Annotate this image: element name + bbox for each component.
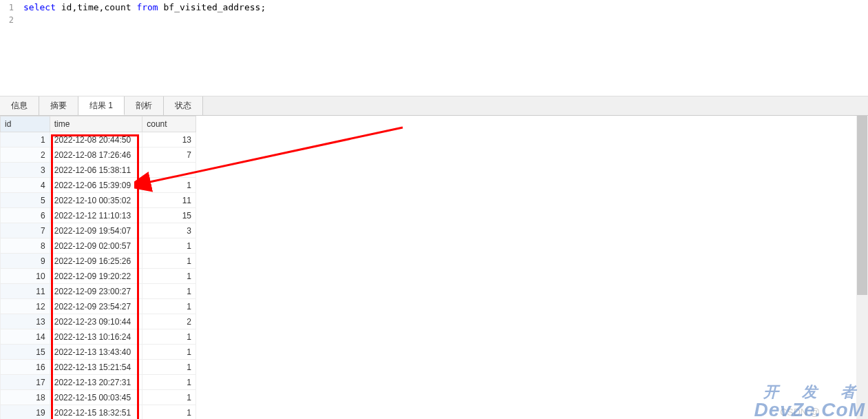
code-content[interactable]: [19, 14, 23, 26]
table-row[interactable]: 92022-12-09 16:25:261: [1, 254, 196, 269]
cell-time[interactable]: 2022-12-10 00:35:02: [50, 193, 142, 208]
table-row[interactable]: 132022-12-23 09:10:442: [1, 314, 196, 329]
code-line[interactable]: 2: [0, 14, 868, 26]
cell-count[interactable]: 1: [142, 299, 196, 314]
vertical-scrollbar-track[interactable]: [856, 116, 868, 419]
table-row[interactable]: 82022-12-09 02:00:571: [1, 238, 196, 254]
cell-count[interactable]: 1: [142, 269, 196, 284]
results-table: id time count 12022-12-08 20:44:50132202…: [0, 116, 196, 419]
table-row[interactable]: 72022-12-09 19:54:073: [1, 223, 196, 238]
cell-id[interactable]: 1: [1, 132, 50, 147]
table-row[interactable]: 192022-12-15 18:32:511: [1, 405, 196, 420]
tab-结果 1[interactable]: 结果 1: [78, 96, 125, 115]
cell-count[interactable]: 15: [142, 208, 196, 223]
cell-count[interactable]: 1: [142, 360, 196, 375]
cell-id[interactable]: 15: [1, 345, 50, 360]
cell-time[interactable]: 2022-12-09 16:25:26: [50, 254, 142, 269]
table-row[interactable]: 52022-12-10 00:35:0211: [1, 193, 196, 208]
cell-id[interactable]: 6: [1, 208, 50, 223]
cell-time[interactable]: 2022-12-06 15:39:09: [50, 178, 142, 193]
cell-count[interactable]: 1: [142, 329, 196, 345]
tab-信息[interactable]: 信息: [0, 96, 39, 115]
cell-id[interactable]: 17: [1, 375, 50, 390]
table-row[interactable]: 112022-12-09 23:00:271: [1, 284, 196, 299]
cell-time[interactable]: 2022-12-09 23:54:27: [50, 299, 142, 314]
tab-剖析[interactable]: 剖析: [125, 96, 164, 115]
cell-count[interactable]: 1: [142, 345, 196, 360]
tab-摘要[interactable]: 摘要: [39, 96, 78, 115]
cell-time[interactable]: 2022-12-06 15:38:11: [50, 163, 142, 178]
code-line[interactable]: 1select id,time,count from bf_visited_ad…: [0, 1, 868, 14]
cell-id[interactable]: 14: [1, 329, 50, 345]
cell-id[interactable]: 9: [1, 254, 50, 269]
watermark-devze: 开 发 者 DevZe.CoM: [754, 383, 865, 419]
cell-id[interactable]: 10: [1, 269, 50, 284]
cell-time[interactable]: 2022-12-15 00:03:45: [50, 390, 142, 405]
results-grid-container: id time count 12022-12-08 20:44:50132202…: [0, 116, 868, 419]
table-row[interactable]: 182022-12-15 00:03:451: [1, 390, 196, 405]
cell-id[interactable]: 12: [1, 299, 50, 314]
cell-time[interactable]: 2022-12-09 19:54:07: [50, 223, 142, 238]
table-row[interactable]: 22022-12-08 17:26:467: [1, 147, 196, 163]
cell-time[interactable]: 2022-12-09 23:00:27: [50, 284, 142, 299]
cell-time[interactable]: 2022-12-09 02:00:57: [50, 238, 142, 254]
cell-id[interactable]: 7: [1, 223, 50, 238]
results-tabs-bar: 信息摘要结果 1剖析状态: [0, 96, 868, 116]
cell-time[interactable]: 2022-12-12 11:10:13: [50, 208, 142, 223]
column-header-id[interactable]: id: [1, 116, 50, 132]
cell-id[interactable]: 16: [1, 360, 50, 375]
cell-id[interactable]: 8: [1, 238, 50, 254]
cell-id[interactable]: 19: [1, 405, 50, 420]
cell-time[interactable]: 2022-12-23 09:10:44: [50, 314, 142, 329]
table-row[interactable]: 12022-12-08 20:44:5013: [1, 132, 196, 147]
cell-count[interactable]: 3: [142, 223, 196, 238]
column-header-count[interactable]: count: [142, 116, 196, 132]
table-row[interactable]: 122022-12-09 23:54:271: [1, 299, 196, 314]
cell-count[interactable]: 1: [142, 284, 196, 299]
cell-count[interactable]: 13: [142, 132, 196, 147]
table-row[interactable]: 102022-12-09 19:20:221: [1, 269, 196, 284]
vertical-scrollbar-thumb[interactable]: [857, 116, 867, 295]
cell-time[interactable]: 2022-12-08 17:26:46: [50, 147, 142, 163]
cell-count[interactable]: 7: [142, 147, 196, 163]
cell-id[interactable]: 3: [1, 163, 50, 178]
cell-id[interactable]: 18: [1, 390, 50, 405]
cell-time[interactable]: 2022-12-15 18:32:51: [50, 405, 142, 420]
cell-time[interactable]: 2022-12-09 19:20:22: [50, 269, 142, 284]
table-row[interactable]: 162022-12-13 15:21:541: [1, 360, 196, 375]
cell-count[interactable]: 1: [142, 238, 196, 254]
line-number: 1: [0, 1, 19, 14]
sql-editor[interactable]: 1select id,time,count from bf_visited_ad…: [0, 0, 868, 96]
table-row[interactable]: 62022-12-12 11:10:1315: [1, 208, 196, 223]
cell-count[interactable]: 11: [142, 193, 196, 208]
tab-状态[interactable]: 状态: [164, 96, 203, 115]
table-row[interactable]: 152022-12-13 13:43:401: [1, 345, 196, 360]
cell-count[interactable]: 1: [142, 390, 196, 405]
cell-id[interactable]: 13: [1, 314, 50, 329]
cell-id[interactable]: 4: [1, 178, 50, 193]
cell-id[interactable]: 11: [1, 284, 50, 299]
cell-time[interactable]: 2022-12-13 10:16:24: [50, 329, 142, 345]
cell-id[interactable]: 5: [1, 193, 50, 208]
cell-count[interactable]: 1: [142, 254, 196, 269]
cell-count[interactable]: 1: [142, 375, 196, 390]
cell-time[interactable]: 2022-12-13 15:21:54: [50, 360, 142, 375]
cell-count[interactable]: [142, 163, 196, 178]
table-row[interactable]: 172022-12-13 20:27:311: [1, 375, 196, 390]
cell-count[interactable]: 2: [142, 314, 196, 329]
cell-count[interactable]: 1: [142, 405, 196, 420]
column-header-time[interactable]: time: [50, 116, 142, 132]
code-content[interactable]: select id,time,count from bf_visited_add…: [19, 1, 266, 14]
cell-time[interactable]: 2022-12-08 20:44:50: [50, 132, 142, 147]
table-row[interactable]: 42022-12-06 15:39:091: [1, 178, 196, 193]
table-row[interactable]: 32022-12-06 15:38:11: [1, 163, 196, 178]
line-number: 2: [0, 14, 19, 26]
cell-time[interactable]: 2022-12-13 20:27:31: [50, 375, 142, 390]
table-row[interactable]: 142022-12-13 10:16:241: [1, 329, 196, 345]
cell-id[interactable]: 2: [1, 147, 50, 163]
cell-time[interactable]: 2022-12-13 13:43:40: [50, 345, 142, 360]
cell-count[interactable]: 1: [142, 178, 196, 193]
